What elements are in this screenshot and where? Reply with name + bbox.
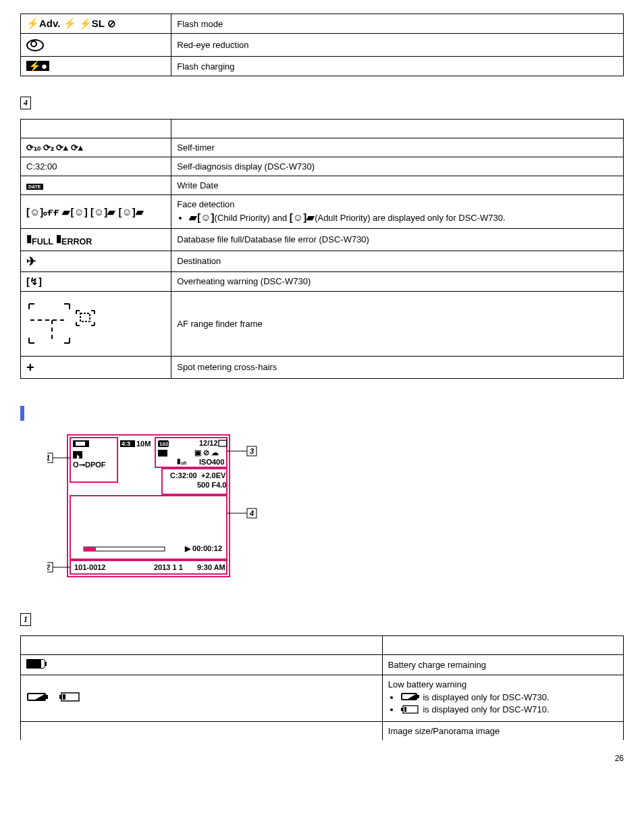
cell-icons [21,654,383,675]
overheat-icon: [↯] [26,276,42,286]
callout-4: 4 [249,509,254,517]
svg-text:▶ 00:00:12: ▶ 00:00:12 [184,544,222,552]
callout-2: 2 [47,563,50,571]
low-batt-w730-icon [400,692,421,703]
af-frame-icons [26,298,101,347]
svg-rect-48 [417,695,419,698]
cell-desc: Battery charge remaining [382,654,623,675]
callout-1: 1 [47,454,50,462]
header-empty [21,120,171,138]
svg-rect-23 [219,440,227,446]
cell-desc: Low battery warning is displayed only fo… [382,675,623,721]
cell-icons: [↯] [21,271,171,291]
svg-text:DPOF: DPOF [85,461,106,469]
svg-text:+2.0EV: +2.0EV [201,471,226,479]
cell-desc: Spot metering cross-hairs [171,356,624,378]
child-priority-icon: ▰[☺] [189,212,214,222]
db-icons: ▮FULL ▮ERROR [26,233,92,246]
svg-rect-25 [158,450,167,457]
cell-icons [21,721,383,740]
cell-icons: [☺]ₒғғ ▰[☺] [☺]▰ [☺]▰ [21,195,171,229]
note-w710: is displayed only for DSC-W710. [400,704,618,716]
svg-rect-45 [59,695,61,699]
redeye-icon [26,39,44,51]
cell-desc: Image size/Panorama image [382,721,623,740]
svg-text:O⊸: O⊸ [73,461,85,469]
cell-desc: Self-diagnosis display (DSC-W730) [171,157,624,176]
selftimer-icons: ⟳₁₀ ⟳₂ ⟳▴ ⟳▴ [26,142,165,153]
battery-icon [26,659,45,669]
svg-text:2013 1 1: 2013 1 1 [154,563,183,571]
header-empty [382,635,623,654]
svg-text:102: 102 [159,441,169,447]
cell-desc: Flash charging [171,57,624,76]
cell-desc: Database file full/Database file error (… [171,229,624,251]
svg-text:▮ull: ▮ull [177,457,186,465]
note-w730: is displayed only for DSC-W730. [400,692,618,704]
cell-icons [21,675,383,721]
cell-desc: AF range finder frame [171,291,624,356]
cell-icons: DATE [21,176,171,195]
page-number: 26 [20,754,624,763]
cell-icons: + [21,356,171,378]
cell-desc: Write Date [171,176,624,195]
callout-marker-4: 4 [20,97,31,109]
svg-text:ISO400: ISO400 [199,458,224,466]
destination-icon: ✈ [26,255,36,267]
low-batt-w710-icon [400,705,421,716]
cell-icons: ✈ [21,251,171,271]
face-note: ▰[☺](Child Priority) and [☺]▰(Adult Prio… [189,212,618,223]
table-indicators: ⟳₁₀ ⟳₂ ⟳▴ ⟳▴ Self-timer C:32:00 Self-dia… [20,119,624,379]
svg-text:▣ ⊘ ☁: ▣ ⊘ ☁ [194,448,219,457]
cell-desc: Destination [171,251,624,271]
cell-icons: ⚡Adv. ⚡ ⚡SL ⊘ [21,14,171,34]
svg-text:9:30 AM: 9:30 AM [197,563,225,571]
svg-rect-44 [63,694,65,700]
cell-desc: Face detection ▰[☺](Child Priority) and … [171,195,624,229]
cell-icons: ▮FULL ▮ERROR [21,229,171,251]
lcd-diagram: 1 3 4 2 4:310M 102 12/12 ▣ ⊘ ☁ O⊸DPOF ▮u… [47,431,263,606]
face-desc: Face detection [177,199,234,209]
svg-rect-51 [401,708,403,711]
low-batt-w710-icon [59,692,82,704]
date-icon: DATE [26,184,43,190]
cell-icons [21,291,171,356]
table-battery: Battery charge remaining Low battery war… [20,635,624,740]
cell-desc: Red-eye reduction [171,34,624,57]
low-batt-desc: Low battery warning [388,679,466,689]
low-batt-w730-icon [26,692,49,704]
cell-icons: ⚡● [21,57,171,76]
adult-priority-icon: [☺]▰ [290,212,315,222]
svg-text:101-0012: 101-0012 [74,563,106,571]
svg-rect-35 [84,547,96,551]
svg-rect-16 [76,442,85,446]
svg-text:4:3: 4:3 [122,440,130,447]
table-flash: ⚡Adv. ⚡ ⚡SL ⊘ Flash mode Red-eye reducti… [20,14,624,76]
cell-text: C:32:00 [21,157,171,176]
flash-charging-icon: ⚡● [26,61,49,71]
face-detect-icons: [☺]ₒғғ ▰[☺] [☺]▰ [☺]▰ [26,207,144,217]
svg-text:C:32:00: C:32:00 [170,471,197,479]
callout-3: 3 [250,447,254,455]
svg-text:10M: 10M [136,440,151,448]
cell-icons [21,34,171,57]
flash-auto-icon: ⚡Adv. ⚡ ⚡SL ⊘ [26,18,116,28]
svg-rect-0 [80,313,90,321]
svg-rect-42 [46,695,48,699]
header-empty [171,120,624,138]
cell-icons: ⟳₁₀ ⟳₂ ⟳▴ ⟳▴ [21,138,171,157]
svg-text:500 F4.0: 500 F4.0 [197,481,226,489]
cell-desc: Self-timer [171,138,624,157]
cell-desc: Overheating warning (DSC-W730) [171,271,624,291]
svg-rect-50 [404,707,406,712]
crosshair-icon: + [26,361,34,374]
section-divider [20,406,24,421]
callout-marker-1: 1 [20,613,31,626]
header-empty [21,635,383,654]
cell-desc: Flash mode [171,14,624,34]
svg-text:12/12: 12/12 [199,439,218,447]
